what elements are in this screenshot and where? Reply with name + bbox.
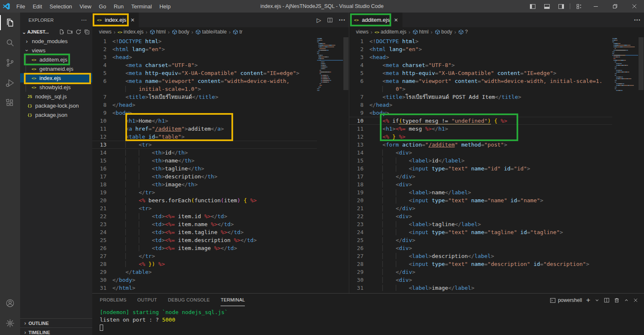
- account-icon[interactable]: [0, 293, 20, 313]
- close-tab-icon[interactable]: ✕: [394, 17, 398, 23]
- menu-help[interactable]: Help: [156, 0, 174, 13]
- breadcrumb-body[interactable]: body: [435, 29, 452, 35]
- line-number: 12: [92, 133, 106, 141]
- search-icon[interactable]: [0, 33, 20, 53]
- breadcrumb-html[interactable]: html: [150, 29, 166, 35]
- settings-gear-icon[interactable]: [0, 313, 20, 333]
- timeline-section[interactable]: › TIMELINE: [20, 327, 92, 335]
- scrollbar[interactable]: [343, 37, 349, 293]
- collapse-all-icon[interactable]: [84, 29, 90, 35]
- menu-terminal[interactable]: Terminal: [127, 0, 156, 13]
- minimize-button[interactable]: [586, 0, 605, 13]
- tree-item-package-lock-json[interactable]: {}package-lock.json: [20, 101, 92, 110]
- tree-item-additem-ejs[interactable]: <>additem.ejs: [20, 55, 92, 64]
- workspace-header[interactable]: ⌄ AJNEST...: [20, 27, 92, 36]
- tree-item-showbyid-ejs[interactable]: <>showbyid.ejs: [20, 82, 92, 92]
- tree-item-label: package.json: [35, 112, 68, 118]
- minimap-line: [317, 82, 343, 82]
- line-number: 16: [92, 165, 106, 173]
- menu-run[interactable]: Run: [110, 0, 127, 13]
- source-control-icon[interactable]: [0, 53, 20, 73]
- line-number: 28: [349, 260, 364, 268]
- terminal-shell-selector[interactable]: powershell: [550, 297, 582, 304]
- panel-tab-output[interactable]: OUTPUT: [138, 297, 157, 306]
- line-number: 19: [349, 188, 364, 196]
- minimap[interactable]: [317, 37, 343, 293]
- terminal-output[interactable]: [nodemon] starting `node nodejs_sql.js`l…: [92, 306, 644, 331]
- breadcrumb-additem-ejs[interactable]: <>additem.ejs: [374, 29, 406, 35]
- new-file-icon[interactable]: [59, 29, 65, 35]
- maximize-panel-icon[interactable]: [624, 298, 629, 303]
- code-line: 7 <title>โรงเบียร์ไทยแลนด์ POST Add Item…: [349, 93, 644, 101]
- minimap[interactable]: [612, 37, 638, 293]
- json-file-icon: {}: [26, 103, 34, 108]
- tree-item-getnameid-ejs[interactable]: <>getnameid.ejs: [20, 64, 92, 73]
- code-line: 18 <th>image</th>: [92, 180, 349, 188]
- panel-tab-terminal[interactable]: TERMINAL: [221, 297, 245, 306]
- line-number: 17: [349, 173, 364, 180]
- refresh-icon[interactable]: [75, 29, 81, 35]
- close-panel-icon[interactable]: [633, 298, 638, 303]
- breadcrumb-index-ejs[interactable]: <>index.ejs: [117, 29, 143, 35]
- explorer-icon[interactable]: [0, 13, 20, 33]
- menu-view[interactable]: View: [76, 0, 95, 13]
- menu-edit[interactable]: Edit: [29, 0, 46, 13]
- new-folder-icon[interactable]: [67, 29, 73, 35]
- menu-file[interactable]: File: [13, 0, 29, 13]
- new-terminal-icon[interactable]: +: [586, 296, 590, 304]
- breadcrumb-html[interactable]: html: [413, 29, 429, 35]
- tree-item-label: package-lock.json: [35, 103, 79, 109]
- line-number: 26: [349, 244, 364, 252]
- split-editor-icon[interactable]: [327, 17, 333, 23]
- run-file-icon[interactable]: ▷: [317, 17, 321, 23]
- code-line: 30</body>: [92, 276, 349, 284]
- minimap-line: [317, 38, 343, 39]
- outline-section[interactable]: › OUTLINE: [20, 318, 92, 327]
- code-editor-index-ejs[interactable]: 1<!DOCTYPE html>2<html lang="en">3<head>…: [92, 36, 349, 293]
- file-tree: ›node_modules›views<>additem.ejs<>getnam…: [20, 36, 92, 119]
- split-terminal-icon[interactable]: [604, 297, 610, 303]
- breadcrumb-separator: ›: [431, 29, 432, 35]
- restore-button[interactable]: [605, 0, 625, 13]
- menu-selection[interactable]: Selection: [46, 0, 75, 13]
- toggle-sidebar-icon[interactable]: [525, 0, 540, 13]
- tree-item-views[interactable]: ›views: [20, 46, 92, 55]
- breadcrumb-views[interactable]: views: [356, 29, 369, 35]
- tab-additem-ejs[interactable]: <> additem.ejs ✕: [349, 13, 402, 27]
- close-window-button[interactable]: [625, 0, 644, 13]
- js-file-icon: JS: [26, 94, 34, 99]
- tree-item-package-json[interactable]: {}package.json: [20, 110, 92, 119]
- toggle-secondary-sidebar-icon[interactable]: [554, 0, 568, 13]
- tree-item-nodejs_sql-js[interactable]: JSnodejs_sql.js: [20, 92, 92, 101]
- code-line: 25 <td><%= item.description %></td>: [92, 236, 349, 244]
- close-tab-icon[interactable]: ✕: [130, 17, 135, 23]
- extensions-icon[interactable]: [0, 93, 20, 113]
- line-number: 24: [349, 228, 364, 236]
- menu-go[interactable]: Go: [95, 0, 110, 13]
- breadcrumb-label: html: [419, 29, 429, 35]
- code-line: 3<head>: [92, 53, 349, 61]
- breadcrumb--[interactable]: ?: [458, 29, 468, 35]
- tree-item-node_modules[interactable]: ›node_modules: [20, 36, 92, 46]
- breadcrumb-table-table[interactable]: table#table: [195, 29, 227, 35]
- tab-index-ejs[interactable]: <> index.ejs ✕: [92, 13, 139, 27]
- breadcrumb-views[interactable]: views: [99, 29, 112, 35]
- more-actions-icon[interactable]: ···: [634, 16, 641, 24]
- tree-item-index-ejs[interactable]: <>index.ejs: [20, 73, 92, 82]
- scrollbar[interactable]: [638, 37, 644, 293]
- line-number: 1: [349, 37, 364, 45]
- breadcrumb-separator: ›: [229, 29, 231, 35]
- explorer-more-actions-icon[interactable]: ···: [81, 18, 87, 23]
- more-actions-icon[interactable]: ···: [339, 16, 345, 24]
- panel-tab-problems[interactable]: PROBLEMS: [100, 297, 127, 306]
- titlebar-separator: [570, 3, 570, 9]
- breadcrumb-body[interactable]: body: [172, 29, 190, 35]
- panel-tab-debug-console[interactable]: DEBUG CONSOLE: [168, 297, 210, 306]
- code-editor-additem-ejs[interactable]: 1<!DOCTYPE html>2<html lang="en">3<head>…: [349, 36, 644, 293]
- run-debug-icon[interactable]: [0, 73, 20, 93]
- toggle-panel-icon[interactable]: [540, 0, 554, 13]
- customize-layout-icon[interactable]: [572, 0, 586, 13]
- breadcrumb-tr[interactable]: tr: [233, 29, 242, 35]
- kill-terminal-icon[interactable]: [614, 297, 620, 303]
- terminal-dropdown-icon[interactable]: [595, 298, 600, 303]
